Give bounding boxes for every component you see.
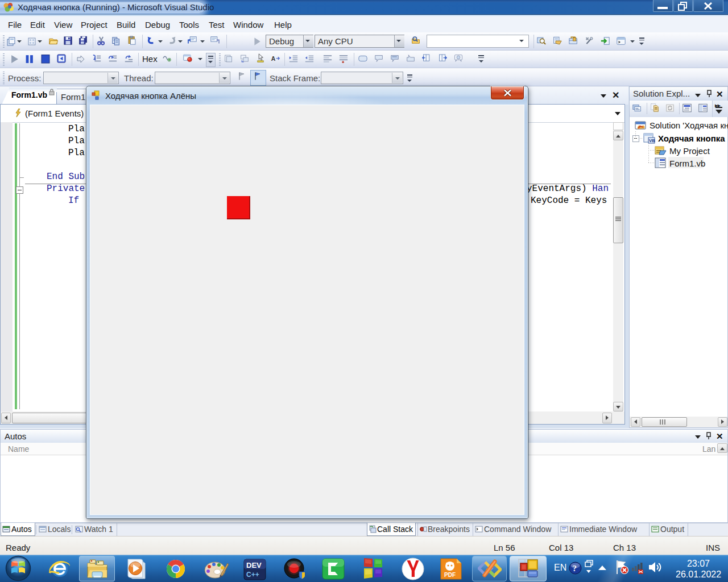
svg-text:C++: C++	[246, 571, 259, 579]
svg-text:PDF: PDF	[444, 572, 456, 578]
svg-text:DEV: DEV	[246, 561, 262, 569]
svg-text:?: ?	[573, 564, 577, 573]
svg-text:A: A	[271, 56, 276, 62]
svg-text:VB: VB	[649, 138, 655, 143]
